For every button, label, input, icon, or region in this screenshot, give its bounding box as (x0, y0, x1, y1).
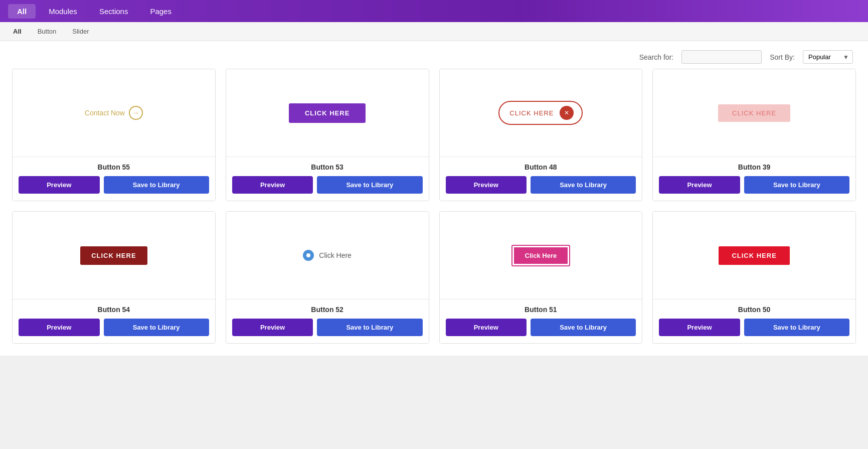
btn48-text: CLICK HERE (509, 109, 554, 117)
card-footer-btn48: Button 48 Preview Save to Library (440, 157, 642, 201)
search-input[interactable] (681, 50, 762, 64)
preview-btn-btn48[interactable]: Preview (446, 176, 527, 194)
contact-now-text: Contact Now (85, 109, 125, 117)
card-preview-btn50: CLICK HERE (653, 212, 855, 300)
save-btn-btn54[interactable]: Save to Library (104, 319, 209, 336)
save-btn-btn50[interactable]: Save to Library (744, 319, 849, 336)
card-footer-btn39: Button 39 Preview Save to Library (653, 157, 855, 201)
preview-button-52: Click Here (303, 250, 352, 261)
search-label: Search for: (639, 53, 673, 61)
btn52-text: Click Here (319, 251, 352, 259)
circle-arrow-icon: → (129, 106, 143, 120)
card-btn53: CLICK HERE Button 53 Preview Save to Lib… (226, 69, 429, 201)
sub-nav-item-all[interactable]: All (8, 26, 27, 37)
top-nav-item-all[interactable]: All (8, 4, 36, 19)
preview-btn-btn51[interactable]: Preview (446, 319, 527, 336)
save-btn-btn52[interactable]: Save to Library (317, 319, 422, 336)
card-footer-btn53: Button 53 Preview Save to Library (226, 157, 429, 201)
card-preview-btn48: CLICK HERE (440, 69, 642, 157)
btn52-dot-icon (303, 250, 314, 261)
card-grid: Contact Now → Button 55 Preview Save to … (12, 69, 856, 344)
preview-button-55: Contact Now → (85, 106, 143, 120)
card-preview-btn39: CLICK HERE (653, 69, 855, 157)
save-btn-btn48[interactable]: Save to Library (531, 176, 636, 194)
card-title-btn50: Button 50 (659, 306, 849, 314)
sub-navigation: All Button Slider (0, 22, 868, 41)
preview-btn-btn54[interactable]: Preview (19, 319, 100, 336)
card-actions-btn55: Preview Save to Library (19, 176, 209, 194)
save-btn-btn53[interactable]: Save to Library (317, 176, 422, 194)
save-btn-btn55[interactable]: Save to Library (104, 176, 209, 194)
btn48-dot-icon (560, 106, 574, 120)
preview-btn-btn39[interactable]: Preview (659, 176, 740, 194)
card-actions-btn39: Preview Save to Library (659, 176, 849, 194)
sort-wrapper: Popular Newest Oldest ▼ (803, 50, 853, 64)
card-btn54: CLICK HERE Button 54 Preview Save to Lib… (12, 211, 216, 344)
card-actions-btn52: Preview Save to Library (232, 319, 423, 336)
card-btn48: CLICK HERE Button 48 Preview Save to Lib… (439, 69, 643, 201)
card-footer-btn54: Button 54 Preview Save to Library (13, 300, 215, 343)
card-actions-btn51: Preview Save to Library (446, 319, 636, 336)
top-nav-item-modules[interactable]: Modules (40, 4, 86, 19)
card-actions-btn50: Preview Save to Library (659, 319, 849, 336)
preview-button-50: CLICK HERE (719, 246, 789, 265)
sort-label: Sort By: (770, 53, 795, 61)
preview-button-53: CLICK HERE (289, 103, 366, 123)
card-btn51: Click Here Button 51 Preview Save to Lib… (439, 211, 643, 344)
grid-container: Contact Now → Button 55 Preview Save to … (0, 69, 868, 356)
top-nav-item-pages[interactable]: Pages (141, 4, 181, 19)
card-preview-btn51: Click Here (440, 212, 642, 300)
preview-btn-btn53[interactable]: Preview (232, 176, 313, 194)
save-btn-btn51[interactable]: Save to Library (531, 319, 636, 336)
preview-btn-btn50[interactable]: Preview (659, 319, 740, 336)
card-btn50: CLICK HERE Button 50 Preview Save to Lib… (652, 211, 856, 344)
preview-btn-btn52[interactable]: Preview (232, 319, 313, 336)
card-preview-btn55: Contact Now → (13, 69, 215, 157)
card-footer-btn55: Button 55 Preview Save to Library (13, 157, 215, 201)
card-preview-btn52: Click Here (226, 212, 429, 300)
preview-button-54: CLICK HERE (80, 246, 147, 265)
sub-nav-item-slider[interactable]: Slider (67, 26, 94, 37)
top-nav-item-sections[interactable]: Sections (90, 4, 137, 19)
card-title-btn52: Button 52 (232, 306, 423, 314)
card-preview-btn54: CLICK HERE (13, 212, 215, 300)
card-btn55: Contact Now → Button 55 Preview Save to … (12, 69, 216, 201)
card-btn52: Click Here Button 52 Preview Save to Lib… (226, 211, 429, 344)
card-btn39: CLICK HERE Button 39 Preview Save to Lib… (652, 69, 856, 201)
card-actions-btn54: Preview Save to Library (19, 319, 209, 336)
card-preview-btn53: CLICK HERE (226, 69, 429, 157)
preview-button-39: CLICK HERE (718, 104, 790, 122)
preview-button-48: CLICK HERE (498, 101, 583, 125)
top-navigation: All Modules Sections Pages (0, 0, 868, 22)
preview-button-51: Click Here (512, 246, 570, 265)
card-footer-btn50: Button 50 Preview Save to Library (653, 300, 855, 343)
card-title-btn48: Button 48 (446, 163, 636, 171)
card-actions-btn48: Preview Save to Library (446, 176, 636, 194)
card-title-btn53: Button 53 (232, 163, 423, 171)
toolbar: Search for: Sort By: Popular Newest Olde… (0, 41, 868, 69)
card-footer-btn51: Button 51 Preview Save to Library (440, 300, 642, 343)
preview-btn-btn55[interactable]: Preview (19, 176, 100, 194)
save-btn-btn39[interactable]: Save to Library (744, 176, 849, 194)
card-actions-btn53: Preview Save to Library (232, 176, 423, 194)
card-footer-btn52: Button 52 Preview Save to Library (226, 300, 429, 343)
card-title-btn39: Button 39 (659, 163, 849, 171)
card-title-btn51: Button 51 (446, 306, 636, 314)
card-title-btn55: Button 55 (19, 163, 209, 171)
sub-nav-item-button[interactable]: Button (33, 26, 62, 37)
sort-select[interactable]: Popular Newest Oldest (803, 50, 853, 64)
card-title-btn54: Button 54 (19, 306, 209, 314)
